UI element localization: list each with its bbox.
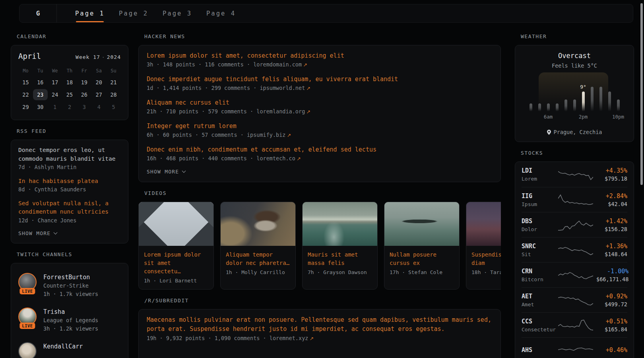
stock-identity: AHS [522,346,555,354]
calendar-day: 5 [106,101,121,113]
stock-identity: DBS Dolor [522,217,555,233]
calendar-day-number: 16 [37,79,43,86]
external-link-icon[interactable]: ↗ [287,132,291,138]
weather-hour-label: 2pm [579,114,588,120]
calendar-day: 23 [33,89,48,100]
video-card[interactable]: Lorem ipsum dolor sit amet consectetu… 1… [138,202,214,290]
video-title[interactable]: Mauris sit amet massa felis [308,251,372,267]
hackernews-item-title[interactable]: Donec imperdiet augue tincidunt felis al… [147,75,493,84]
rss-item-meta: 7d · Ashlyn Martin [18,163,121,172]
weather-hour-bar [599,73,602,111]
page-tab[interactable]: Page 3 [163,4,192,22]
rss-item-title[interactable]: Sed volutpat nulla nisl, a condimentum n… [18,199,121,216]
video-card[interactable]: Nullam posuere cursus ex 17h · Stefan Co… [384,202,460,290]
stock-change-percent: +0.92% [596,292,627,301]
stock-row[interactable]: IIG Ipsum +2.84% $42.04 [522,187,627,212]
stock-row[interactable]: DBS Dolor +1.42% $156.28 [522,212,627,237]
rss-item-title[interactable]: In hac habitasse platea [18,177,121,186]
hackernews-item: Integer eget rutrum lorem 6h · 60 points… [147,122,493,140]
stock-values: -1.00% $66,171.48 [596,267,628,283]
stock-row[interactable]: SNRC Sit +1.36% $148.64 [522,237,627,262]
calendar-week: Week 17 [76,54,100,60]
calendar-day: 29 [18,101,33,113]
hackernews-item-title[interactable]: Lorem ipsum dolor sit amet, consectetur … [147,51,493,60]
weather-location-label: Prague, Czechia [554,129,602,135]
stock-symbol: CCS [522,317,555,326]
reddit-section: /R/SUBREDDIT Maecenas mollis pulvinar er… [138,298,501,358]
calendar-day-number: 30 [37,104,43,110]
video-thumbnail [303,202,377,246]
calendar-day-number: 20 [96,79,102,86]
video-title[interactable]: Lorem ipsum dolor sit amet consectetu… [144,251,208,276]
external-link-icon[interactable]: ↗ [297,156,301,161]
calendar-day-number: 17 [52,79,58,86]
page-scrollbar-thumb[interactable] [640,3,643,185]
calendar-weekday-label: Su [111,68,116,74]
hackernews-item: Lorem ipsum dolor sit amet, consectetur … [147,51,493,69]
video-card[interactable]: Suspendisse diam 18h · Tara [466,202,501,290]
rss-item-title[interactable]: Donec tempor eros leo, ut commodo mauris… [18,146,121,163]
app-logo[interactable]: G [19,4,57,22]
calendar-day-number: 15 [22,79,29,86]
stock-row[interactable]: LDI Lorem +4.35% $795.18 [522,162,627,187]
separator-dot: · [100,54,107,60]
right-column: WEATHER Overcast Feels like 5°C 6am9°2pm… [515,30,634,358]
stock-identity: AET Amet [522,292,555,308]
stock-price: $66,171.48 [596,276,628,283]
video-title[interactable]: Aliquam tempor dolor nec pharetra… [226,251,290,267]
stock-row[interactable]: AHS +0.46% [522,337,627,358]
stocks-widget: LDI Lorem +4.35% $795.18 IIG Ipsum [515,161,634,358]
video-title[interactable]: Nullam posuere cursus ex [390,251,454,267]
rss-show-more-button[interactable]: SHOW MORE [18,230,121,236]
video-title[interactable]: Suspendisse diam [471,251,501,267]
show-more-label: SHOW MORE [147,169,179,175]
external-link-icon[interactable]: ↗ [303,62,307,68]
calendar-day-number: 1 [53,104,56,110]
stock-name: Lorem [522,175,555,183]
stock-values: +2.84% $42.04 [596,192,627,208]
calendar-weekday: Fr [77,66,91,75]
page-tab-label: Page 1 [75,10,105,17]
twitch-channel-row[interactable]: LIVE Trisha League of Legends 3h · 1.2k … [18,303,121,337]
stock-price: $795.18 [596,175,627,183]
stock-symbol: CRN [522,267,555,276]
weather-hourly-chart: 6am9°2pm10pm [523,73,626,111]
external-link-icon[interactable]: ↗ [306,85,310,91]
stock-identity: IIG Ipsum [522,192,555,208]
hackernews-section: HACKER NEWS Lorem ipsum dolor sit amet, … [138,33,501,182]
hackernews-show-more-button[interactable]: SHOW MORE [147,169,493,175]
reddit-post-meta-text: 19h · 9,932 points · 1,090 comments · lo… [147,335,308,341]
video-meta: 7h · Grayson Dawson [308,269,372,275]
page-tab[interactable]: Page 2 [119,4,148,22]
twitch-channel-row[interactable]: LIVE ForrestBurton Counter-Strike 1h · 1… [18,268,121,303]
external-link-icon[interactable]: ↗ [309,335,313,341]
reddit-post-title[interactable]: Maecenas mollis pulvinar erat non posuer… [147,315,493,334]
stock-row[interactable]: AET Amet +0.92% $499.72 [522,287,627,312]
stock-row[interactable]: CCS Consectetur +0.51% $165.84 [522,312,627,337]
page-tab[interactable]: Page 4 [206,4,236,22]
stock-symbol: LDI [522,166,555,175]
video-card[interactable]: Aliquam tempor dolor nec pharetra… 1h · … [220,202,296,290]
external-link-icon[interactable]: ↗ [306,109,310,115]
weather-widget: Overcast Feels like 5°C 6am9°2pm10pm Pra… [515,45,634,142]
hackernews-item-title[interactable]: Donec enim nibh, condimentum et accumsan… [147,145,493,154]
stock-values: +1.42% $156.28 [596,217,627,233]
weather-feels-like: Feels like 5°C [523,62,626,69]
rss-item: In hac habitasse platea 8d · Cynthia Sau… [18,177,121,194]
weather-hour-label: 10pm [612,114,624,120]
hackernews-item-title[interactable]: Integer eget rutrum lorem [147,122,493,130]
stock-change-percent: -1.00% [596,267,628,276]
hackernews-item-title[interactable]: Aliquam nec cursus elit [147,98,493,107]
calendar-day-number: 4 [97,104,101,110]
page-tab[interactable]: Page 1 [75,4,105,22]
video-thumbnail [384,202,459,246]
calendar-weekday-label: We [52,68,58,74]
calendar-day: 25 [62,89,77,100]
hackernews-item: Donec imperdiet augue tincidunt felis al… [147,75,493,93]
stock-row[interactable]: CRN Bitcorn -1.00% $66,171.48 [522,262,627,287]
twitch-widget: LIVE ForrestBurton Counter-Strike 1h · 1… [11,263,128,358]
twitch-channel-row[interactable]: KendallCarr [18,337,121,358]
weather-section-title: WEATHER [515,33,634,40]
twitch-channel-info: KendallCarr [43,342,83,358]
video-card[interactable]: Mauris sit amet massa felis 7h · Grayson… [302,202,378,290]
